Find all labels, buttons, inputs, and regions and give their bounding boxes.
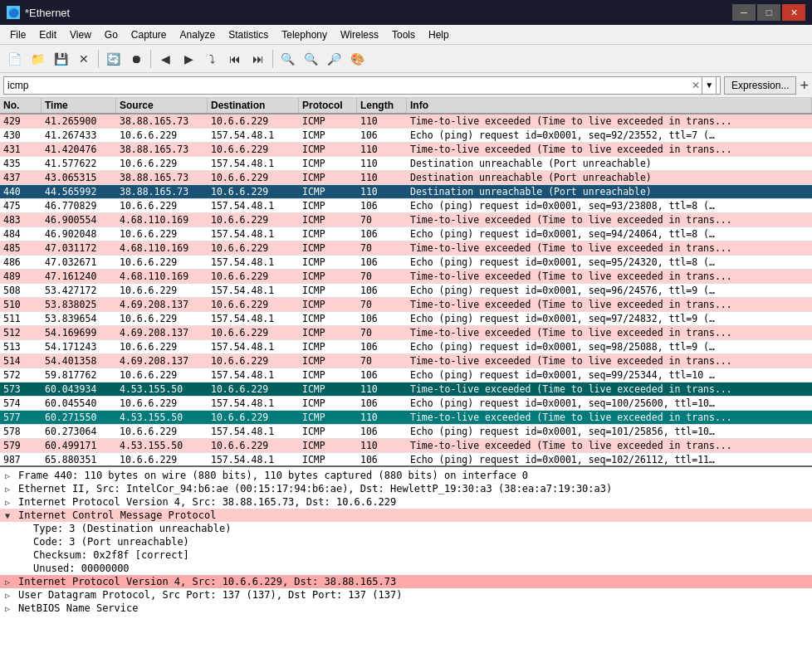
td-cell: 157.54.48.1 <box>208 453 299 465</box>
td-cell: 10.6.6.229 <box>208 298 299 311</box>
td-cell: 10.6.6.229 <box>116 284 208 297</box>
menu-item-statistics[interactable]: Statistics <box>222 27 275 42</box>
table-row[interactable]: 57860.27306410.6.6.229157.54.48.1ICMP106… <box>0 425 812 439</box>
td-cell: 70 <box>357 354 407 368</box>
toolbar-coloring[interactable]: 🎨 <box>346 48 368 70</box>
table-row[interactable]: 98765.88035110.6.6.229157.54.48.1ICMP106… <box>0 453 812 465</box>
table-row[interactable]: 51153.83965410.6.6.229157.54.48.1ICMP106… <box>0 312 812 326</box>
table-row[interactable]: 43541.57762210.6.6.229157.54.48.1ICMP110… <box>0 157 812 171</box>
td-cell: Time-to-live exceeded (Time to live exce… <box>407 354 812 368</box>
table-row[interactable]: 57259.81776210.6.6.229157.54.48.1ICMP106… <box>0 368 812 382</box>
table-row[interactable]: 50853.42717210.6.6.229157.54.48.1ICMP106… <box>0 284 812 298</box>
table-row[interactable]: 47546.77082910.6.6.229157.54.48.1ICMP106… <box>0 199 812 213</box>
table-row[interactable]: 57460.04554010.6.6.229157.54.48.1ICMP106… <box>0 397 812 411</box>
table-row[interactable]: 51254.1696994.69.208.13710.6.6.229ICMP70… <box>0 326 812 340</box>
toolbar-save[interactable]: 💾 <box>50 48 71 70</box>
td-cell: 10.6.6.229 <box>116 129 208 142</box>
detail-arrow-icon: ▷ <box>5 604 15 613</box>
filter-input[interactable] <box>7 80 690 91</box>
toolbar-last[interactable]: ⏭ <box>247 48 269 70</box>
table-row[interactable]: 51053.8380254.69.208.13710.6.6.229ICMP70… <box>0 298 812 312</box>
detail-row[interactable]: ▷Internet Protocol Version 4, Src: 38.88… <box>0 495 812 509</box>
detail-row[interactable]: ▷Internet Protocol Version 4, Src: 10.6.… <box>0 575 812 588</box>
table-row[interactable]: 57960.4991714.53.155.5010.6.6.229ICMP110… <box>0 439 812 453</box>
toolbar-first[interactable]: ⏮ <box>224 48 246 70</box>
filter-dropdown-button[interactable]: ▼ <box>702 76 717 95</box>
td-cell: 10.6.6.229 <box>208 439 299 452</box>
menu-item-capture[interactable]: Capture <box>125 27 174 42</box>
detail-row[interactable]: Type: 3 (Destination unreachable) <box>15 522 812 535</box>
td-cell: 106 <box>357 368 407 382</box>
add-filter-button[interactable]: + <box>800 78 809 93</box>
td-cell: 106 <box>357 397 407 410</box>
td-cell: 60.045540 <box>42 397 116 410</box>
maximize-button[interactable]: □ <box>757 4 780 21</box>
toolbar-reload[interactable]: 🔄 <box>102 48 124 70</box>
table-row[interactable]: 43041.26743310.6.6.229157.54.48.1ICMP106… <box>0 129 812 143</box>
table-row[interactable]: 48947.1612404.68.110.16910.6.6.229ICMP70… <box>0 270 812 284</box>
detail-row[interactable]: Code: 3 (Port unreachable) <box>15 535 812 548</box>
td-cell: 38.88.165.73 <box>116 171 208 184</box>
table-row[interactable]: 48446.90204810.6.6.229157.54.48.1ICMP106… <box>0 227 812 241</box>
detail-row[interactable]: ▷Frame 440: 110 bytes on wire (880 bits)… <box>0 469 812 482</box>
table-row[interactable]: 51354.17124310.6.6.229157.54.48.1ICMP106… <box>0 340 812 354</box>
table-row[interactable]: 48647.03267110.6.6.229157.54.48.1ICMP106… <box>0 256 812 270</box>
detail-row[interactable]: ▼Internet Control Message Protocol <box>0 509 812 522</box>
td-cell: ICMP <box>299 129 357 142</box>
toolbar-capture[interactable]: ⏺ <box>125 48 147 70</box>
table-row[interactable]: 57360.0439344.53.155.5010.6.6.229ICMP110… <box>0 382 812 397</box>
toolbar-forward[interactable]: ▶ <box>178 48 199 70</box>
toolbar-open[interactable]: 📁 <box>27 48 48 70</box>
toolbar-goto[interactable]: ⤵ <box>201 48 223 70</box>
app-icon: 🔵 <box>7 6 20 19</box>
menu-item-telephony[interactable]: Telephony <box>275 27 334 42</box>
table-row[interactable]: 42941.26590038.88.165.7310.6.6.229ICMP11… <box>0 114 812 129</box>
menu-item-go[interactable]: Go <box>98 27 125 42</box>
td-cell: ICMP <box>299 354 357 368</box>
td-cell: 60.273064 <box>42 425 116 438</box>
menu-item-tools[interactable]: Tools <box>385 27 422 42</box>
table-row[interactable]: 44044.56599238.88.165.7310.6.6.229ICMP11… <box>0 185 812 199</box>
toolbar-back[interactable]: ◀ <box>154 48 176 70</box>
filter-clear-button[interactable]: ✕ <box>690 80 702 91</box>
td-cell: 485 <box>0 241 42 255</box>
table-body[interactable]: 42941.26590038.88.165.7310.6.6.229ICMP11… <box>0 114 812 465</box>
menu-item-wireless[interactable]: Wireless <box>334 27 385 42</box>
table-row[interactable]: 48547.0311724.68.110.16910.6.6.229ICMP70… <box>0 241 812 256</box>
table-row[interactable]: 51454.4013584.69.208.13710.6.6.229ICMP70… <box>0 354 812 368</box>
detail-row[interactable]: Checksum: 0x2f8f [correct] <box>15 548 812 562</box>
toolbar-zoom-fit[interactable]: 🔎 <box>323 48 345 70</box>
td-cell: 106 <box>357 312 407 325</box>
td-cell: 157.54.48.1 <box>208 397 299 410</box>
toolbar-zoom-out[interactable]: 🔍 <box>300 48 321 70</box>
td-cell: 110 <box>357 382 407 396</box>
menu-item-analyze[interactable]: Analyze <box>174 27 223 42</box>
detail-row[interactable]: ▷Ethernet II, Src: IntelCor_94:b6:ae (00… <box>0 482 812 495</box>
minimize-button[interactable]: ─ <box>732 4 756 21</box>
menu-item-edit[interactable]: Edit <box>32 27 63 42</box>
detail-row[interactable]: ▷User Datagram Protocol, Src Port: 137 (… <box>0 588 812 602</box>
detail-row[interactable]: ▷NetBIOS Name Service <box>0 602 812 615</box>
detail-arrow-icon: ▷ <box>5 591 15 600</box>
toolbar-zoom-in[interactable]: 🔍 <box>276 48 298 70</box>
menu-item-help[interactable]: Help <box>422 27 456 42</box>
filter-input-wrap: ✕ ▼ <box>3 76 721 95</box>
expression-button[interactable]: Expression... <box>724 76 796 95</box>
detail-text: Ethernet II, Src: IntelCor_94:b6:ae (00:… <box>18 483 612 495</box>
td-cell: 10.6.6.229 <box>116 453 208 465</box>
td-cell: 110 <box>357 439 407 452</box>
table-row[interactable]: 43743.06531538.88.165.7310.6.6.229ICMP11… <box>0 171 812 185</box>
table-row[interactable]: 48346.9005544.68.110.16910.6.6.229ICMP70… <box>0 213 812 227</box>
table-row[interactable]: 57760.2715504.53.155.5010.6.6.229ICMP110… <box>0 411 812 425</box>
td-cell: 4.69.208.137 <box>116 298 208 311</box>
td-cell: 435 <box>0 157 42 170</box>
toolbar-new[interactable]: 📄 <box>3 48 25 70</box>
menu-item-file[interactable]: File <box>3 27 32 42</box>
detail-row[interactable]: Unused: 00000000 <box>15 562 812 575</box>
menu-item-view[interactable]: View <box>63 27 98 42</box>
toolbar-close[interactable]: ✕ <box>73 48 95 70</box>
detail-text: User Datagram Protocol, Src Port: 137 (1… <box>18 589 402 601</box>
table-row[interactable]: 43141.42047638.88.165.7310.6.6.229ICMP11… <box>0 143 812 157</box>
close-button[interactable]: ✕ <box>782 4 805 21</box>
col-header-time: Time <box>42 98 116 113</box>
